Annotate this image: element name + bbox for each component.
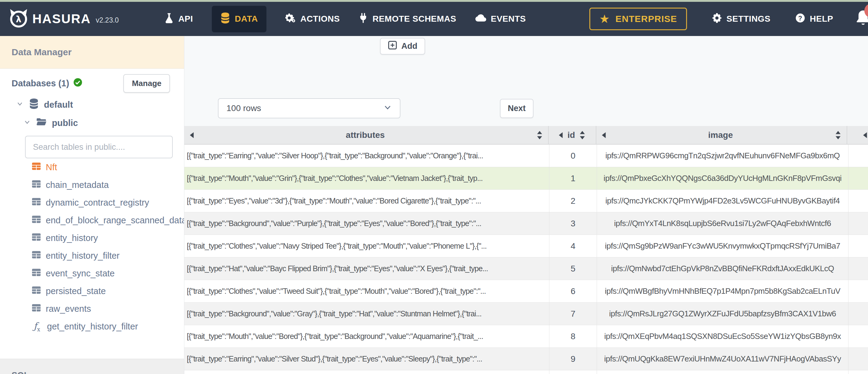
cell-id[interactable]: 2 (549, 190, 597, 212)
table-header: attributes id image (184, 126, 868, 145)
sort-icon[interactable] (536, 131, 543, 140)
sidebar-item-table-dynamic-contract-registry[interactable]: dynamic_contract_registry (32, 194, 184, 211)
notifications-bell[interactable]: 8 (855, 10, 868, 28)
function-name: get_entity_history_filter (47, 321, 138, 332)
help-label: HELP (810, 14, 833, 24)
cell-id[interactable]: 0 (549, 145, 597, 167)
sort-icon[interactable] (834, 131, 842, 140)
cell-attributes[interactable]: [{"trait_type":"Background","value":"Pur… (184, 212, 549, 235)
search-tables-input[interactable] (25, 136, 173, 158)
cell-image[interactable]: ipfs://QmNwbd7ctEhGpVkP8nZvBBQfiNeFKRdxf… (597, 257, 848, 280)
table-icon (32, 251, 41, 261)
column-header-attributes: attributes (184, 126, 549, 144)
manage-button[interactable]: Manage (123, 74, 170, 93)
nav-item-data[interactable]: DATA (212, 6, 267, 32)
cell-id[interactable]: 6 (549, 280, 597, 302)
cell-id[interactable]: 1 (549, 167, 597, 189)
cell-id[interactable]: 8 (549, 325, 597, 347)
databases-row: Databases (1) Manage (0, 74, 184, 92)
nav-item-remote-schemas[interactable]: REMOTE SCHEMAS (359, 13, 456, 25)
cell-extra[interactable] (848, 145, 868, 167)
cell-id[interactable]: 3 (549, 212, 597, 235)
nav-item-api[interactable]: API (164, 13, 193, 25)
brand[interactable]: λ HASURA v2.23.0 (8, 8, 119, 30)
chevron-down-icon[interactable] (16, 100, 24, 110)
cell-extra[interactable] (848, 235, 868, 257)
cell-extra[interactable] (848, 280, 868, 302)
cell-attributes[interactable]: [{"trait_type":"Mouth","value":"Grin"},{… (184, 167, 549, 189)
cell-attributes[interactable]: [{"trait_type":"Hat","value":"Bayc Flipp… (184, 257, 549, 280)
tree-item-database-default[interactable]: default (16, 97, 184, 113)
sidebar-item-table-end-of-block-range-scanned-data[interactable]: end_of_block_range_scanned_data (32, 211, 184, 229)
sidebar-item-table-persisted-state[interactable]: persisted_state (32, 282, 184, 300)
nav-item-label: ACTIONS (300, 14, 340, 24)
folder-open-icon (36, 118, 47, 128)
table-icon (32, 198, 41, 208)
cell-extra[interactable] (848, 257, 868, 280)
cell-image[interactable]: ipfs://QmSg9bPzW9anFYc3wWU5KnvymwkxQTpmq… (597, 235, 848, 257)
cell-extra[interactable] (848, 190, 868, 212)
cell-extra[interactable] (848, 348, 868, 370)
table-name: dynamic_contract_registry (46, 198, 149, 208)
cell-extra[interactable] (848, 167, 868, 189)
table-name: chain_metadata (46, 180, 108, 190)
cell-image[interactable]: ipfs://QmRsJLrg27GQ1ZWyrXZFuJFdU5bapfzsy… (597, 303, 848, 325)
chevron-down-icon[interactable] (23, 118, 31, 128)
next-page-button[interactable]: Next (500, 99, 533, 118)
nav-item-actions[interactable]: ACTIONS (285, 13, 340, 25)
cell-attributes[interactable]: [{"trait_type":"Clothes","value":"Tweed … (184, 280, 549, 302)
cell-id[interactable] (549, 370, 597, 374)
cell-id[interactable]: 9 (549, 348, 597, 370)
cell-id[interactable]: 7 (549, 303, 597, 325)
cell-attributes[interactable]: [{"trait_type":"Clothes","value":"Navy S… (184, 235, 549, 257)
collapse-column-icon[interactable] (863, 132, 868, 138)
sidebar-item-table-entity-history[interactable]: entity_history (32, 229, 184, 247)
rows-per-page-select[interactable]: 100 rows (218, 98, 400, 118)
nav-item-events[interactable]: EVENTS (475, 14, 526, 24)
cell-image[interactable]: ipfs://QmWBgfBhyVmHNhBfEQ7p1P4Mpn7pm5b8K… (597, 280, 848, 302)
nav-item-help[interactable]: ? HELP (795, 13, 833, 25)
cell-image[interactable]: ipfs://QmUQgKka8EW7exiUHnMwZ4UoXA11wV7NF… (597, 348, 848, 370)
star-icon: ★ (599, 13, 610, 25)
cell-extra[interactable] (848, 325, 868, 347)
collapse-column-icon[interactable] (601, 132, 607, 138)
cell-image[interactable]: ipfs://QmXEqPbvM4aq1SQSXN8DSuEcSo5SseYW1… (597, 325, 848, 347)
cell-id[interactable]: 5 (549, 257, 597, 280)
tree-item-schema-public[interactable]: public (23, 115, 184, 131)
function-icon: ƒx (32, 321, 42, 333)
cell-image[interactable]: ipfs://QmcJYkCKK7QPmYWjp4FD2e3Lv5WCGFuHN… (597, 190, 848, 212)
cell-extra[interactable] (848, 303, 868, 325)
nav-item-label: DATA (235, 14, 258, 24)
content: Data Manager Databases (1) Manage (0, 36, 868, 374)
sidebar-item-table-entity-history-filter[interactable]: entity_history_filter (32, 247, 184, 264)
cell-extra[interactable] (848, 212, 868, 235)
cell-attributes[interactable]: [{"trait_type":"Earring","value":"Silver… (184, 145, 549, 167)
sidebar-item-function-get-entity-history-filter[interactable]: ƒx get_entity_history_filter (32, 318, 184, 335)
cell-attributes[interactable]: [{"trait_type":"Earring","value":"Silver… (184, 348, 549, 370)
collapse-column-icon[interactable] (558, 132, 564, 138)
cell-attributes[interactable] (184, 370, 549, 374)
sidebar-item-table-raw-events[interactable]: raw_events (32, 300, 184, 318)
sort-icon[interactable] (579, 131, 586, 140)
cell-image[interactable]: ipfs://QmPbxeGcXhYQQNgsC6a36dDyYUcHgMLnG… (597, 167, 848, 189)
cell-attributes[interactable]: [{"trait_type":"Background","value":"Gra… (184, 303, 549, 325)
sidebar-item-table-event-sync-state[interactable]: event_sync_state (32, 264, 184, 282)
collapse-column-icon[interactable] (189, 132, 195, 138)
enterprise-button[interactable]: ★ ENTERPRISE (589, 8, 687, 30)
sidebar-item-table-nft[interactable]: Nft (32, 158, 184, 176)
cell-image[interactable] (597, 370, 848, 374)
sql-section-label[interactable]: SQL (11, 370, 184, 374)
sidebar-title: Data Manager (0, 36, 184, 69)
nav-item-label: REMOTE SCHEMAS (372, 14, 456, 24)
cell-attributes[interactable]: [{"trait_type":"Mouth","value":"Bored"},… (184, 325, 549, 347)
cell-extra[interactable] (848, 370, 868, 374)
add-row-button[interactable]: Add (380, 38, 425, 55)
table-row-partial (184, 370, 868, 374)
cell-attributes[interactable]: [{"trait_type":"Eyes","value":"3d"},{"tr… (184, 190, 549, 212)
cell-image[interactable]: ipfs://QmYxT4LnK8sqLupjbS6eRvu1si7Ly2wFQ… (597, 212, 848, 235)
cell-id[interactable]: 4 (549, 235, 597, 257)
rows-select-value: 100 rows (226, 103, 261, 113)
cell-image[interactable]: ipfs://QmRRPWG96cmgTn2qSzjwr2qvfNEuhunv6… (597, 145, 848, 167)
sidebar-item-table-chain-metadata[interactable]: chain_metadata (32, 176, 184, 194)
nav-item-settings[interactable]: SETTINGS (712, 13, 770, 25)
